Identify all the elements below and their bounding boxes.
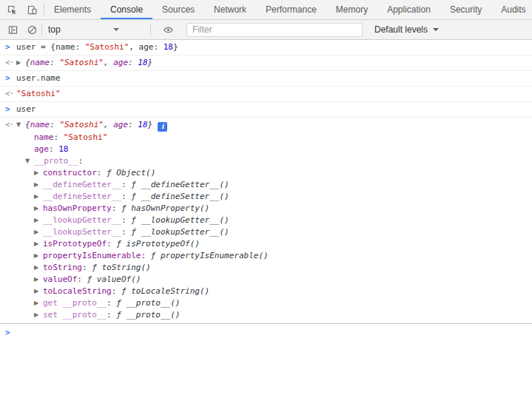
- token-plain: :: [128, 58, 138, 67]
- triangle-collapsed-icon[interactable]: ▶: [34, 297, 43, 309]
- token-func: ƒ __defineGetter__(): [131, 180, 229, 189]
- triangle-collapsed-icon[interactable]: ▶: [34, 215, 43, 226]
- tree-row[interactable]: ▶__defineSetter__: ƒ __defineSetter__(): [16, 191, 532, 203]
- inspect-element-button[interactable]: [2, 1, 21, 18]
- tab-elements[interactable]: Elements: [44, 0, 101, 19]
- tab-memory[interactable]: Memory: [326, 0, 377, 19]
- token-func: ƒ __lookupGetter__(): [131, 215, 229, 225]
- tree-row[interactable]: ▶propertyIsEnumerable: ƒ propertyIsEnume…: [16, 250, 532, 262]
- triangle-expanded-icon[interactable]: ▼: [25, 155, 34, 167]
- token-keydim: __lookupSetter__: [43, 227, 121, 237]
- message-text: user = {name: "Satoshi", age: 18}: [16, 41, 532, 53]
- tab-security[interactable]: Security: [440, 0, 491, 19]
- clear-console-button[interactable]: [22, 21, 41, 38]
- tree-row[interactable]: ▶__defineGetter__: ƒ __defineGetter__(): [16, 179, 532, 191]
- tab-console[interactable]: Console: [101, 0, 152, 19]
- tree-row[interactable]: ▶valueOf: ƒ valueOf(): [16, 274, 532, 286]
- token-key: name: [34, 132, 54, 142]
- tree-row[interactable]: ▶hasOwnProperty: ƒ hasOwnProperty(): [16, 203, 532, 215]
- message-text[interactable]: ▶{name: "Satoshi", age: 18}: [16, 57, 532, 69]
- tree-row[interactable]: ▶constructor: ƒ Object(): [16, 167, 532, 179]
- info-icon[interactable]: i: [158, 122, 167, 132]
- token-key: age: [113, 120, 128, 129]
- token-plain: user.name: [16, 73, 61, 83]
- token-key: toLocaleString: [43, 286, 112, 296]
- console-message: <·▶{name: "Satoshi", age: 18}: [0, 55, 532, 71]
- token-number: 18: [138, 120, 147, 129]
- console-message: <·"Satoshi": [0, 87, 532, 102]
- tab-network[interactable]: Network: [204, 0, 256, 19]
- token-func: ƒ __defineSetter__(): [131, 192, 229, 201]
- live-expression-button[interactable]: [158, 21, 178, 38]
- token-plain: {: [25, 120, 30, 129]
- tree-row[interactable]: ▶set __proto__: ƒ __proto__(): [16, 309, 532, 321]
- input-chevron-icon: >: [0, 104, 16, 115]
- token-func: ƒ __lookupSetter__(): [131, 227, 229, 237]
- tree-row[interactable]: ▶toLocaleString: ƒ toLocaleString(): [16, 286, 532, 297]
- triangle-expanded-icon[interactable]: ▼: [16, 119, 25, 131]
- tree-row[interactable]: ▶isPrototypeOf: ƒ isPrototypeOf(): [16, 238, 532, 250]
- tree-row[interactable]: ▶get __proto__: ƒ __proto__(): [16, 297, 532, 309]
- token-plain: :: [107, 310, 116, 320]
- triangle-collapsed-icon[interactable]: ▶: [34, 179, 43, 191]
- token-plain: :: [121, 180, 131, 189]
- token-func: ƒ propertyIsEnumerable(): [151, 251, 269, 260]
- tab-audits[interactable]: Audits: [491, 0, 532, 19]
- tree-row[interactable]: ▶toString: ƒ toString(): [16, 262, 532, 274]
- token-keydim: __defineGetter__: [43, 180, 121, 189]
- triangle-collapsed-icon[interactable]: ▶: [34, 250, 43, 262]
- token-key: constructor: [43, 168, 97, 178]
- tree-row[interactable]: ▼__proto__:: [16, 155, 532, 167]
- token-plain: {: [25, 58, 30, 67]
- message-text[interactable]: ▼{name: "Satoshi", age: 18}i: [16, 119, 532, 132]
- tree-row[interactable]: name: "Satoshi": [16, 132, 532, 144]
- token-plain: :: [78, 156, 84, 166]
- eye-icon: [163, 24, 174, 36]
- execution-context-selector[interactable]: top: [42, 20, 124, 39]
- token-string: "Satoshi": [16, 89, 61, 98]
- console-prompt[interactable]: >: [0, 323, 532, 398]
- triangle-collapsed-icon[interactable]: ▶: [16, 57, 25, 69]
- triangle-collapsed-icon[interactable]: ▶: [34, 309, 43, 321]
- token-keydim: set __proto__: [43, 310, 107, 320]
- message-text: user.name: [16, 72, 532, 84]
- token-plain: }: [148, 120, 153, 129]
- triangle-collapsed-icon[interactable]: ▶: [34, 262, 43, 274]
- console-toolbar: top Default levels: [0, 20, 532, 40]
- token-plain: :: [121, 215, 131, 225]
- token-func: ƒ toLocaleString(): [121, 286, 209, 296]
- tab-sources[interactable]: Sources: [152, 0, 204, 19]
- device-toolbar-button[interactable]: [22, 1, 41, 18]
- log-levels-dropdown[interactable]: Default levels: [374, 24, 439, 35]
- token-plain: :: [112, 286, 121, 296]
- console-panel: >user = {name: "Satoshi", age: 18}<·▶{na…: [0, 40, 532, 398]
- tree-row[interactable]: age: 18: [16, 144, 532, 155]
- triangle-collapsed-icon[interactable]: ▶: [34, 238, 43, 250]
- tab-performance[interactable]: Performance: [256, 0, 326, 19]
- token-func: ƒ __proto__(): [116, 298, 180, 308]
- triangle-collapsed-icon[interactable]: ▶: [34, 286, 43, 297]
- output-arrow-icon: <·: [0, 119, 16, 321]
- token-string: "Satoshi": [59, 58, 104, 67]
- clear-console-icon: [27, 24, 38, 36]
- console-message: >user.name: [0, 71, 532, 87]
- triangle-collapsed-icon[interactable]: ▶: [34, 226, 43, 238]
- triangle-collapsed-icon[interactable]: ▶: [34, 274, 43, 286]
- triangle-collapsed-icon[interactable]: ▶: [34, 203, 43, 215]
- token-keydim: get __proto__: [43, 298, 107, 308]
- triangle-collapsed-icon[interactable]: ▶: [34, 191, 43, 203]
- token-func: ƒ hasOwnProperty(): [121, 203, 209, 213]
- token-keydim: __lookupGetter__: [43, 215, 121, 225]
- token-plain: :: [50, 120, 59, 129]
- tree-row[interactable]: ▶__lookupGetter__: ƒ __lookupGetter__(): [16, 215, 532, 226]
- token-number: 18: [58, 144, 68, 154]
- token-plain: }: [148, 58, 153, 67]
- triangle-collapsed-icon[interactable]: ▶: [34, 167, 43, 179]
- token-plain: user = {name:: [16, 42, 85, 52]
- prompt-chevron-icon: >: [0, 327, 16, 398]
- console-sidebar-button[interactable]: [3, 21, 22, 38]
- tab-application[interactable]: Application: [377, 0, 440, 19]
- filter-input[interactable]: [186, 23, 363, 37]
- tree-row[interactable]: ▶__lookupSetter__: ƒ __lookupSetter__(): [16, 226, 532, 238]
- token-number: 18: [138, 58, 147, 67]
